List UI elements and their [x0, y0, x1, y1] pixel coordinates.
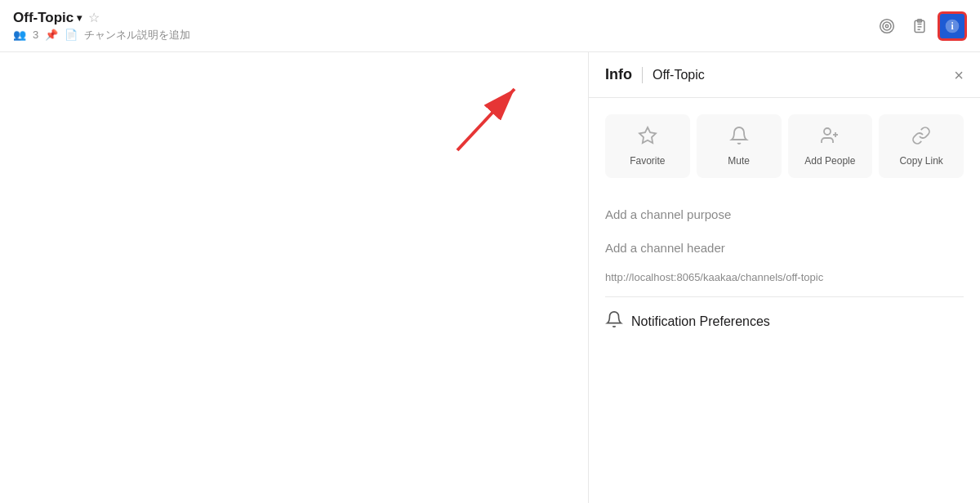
- info-panel-header: Info Off-Topic ×: [589, 52, 980, 98]
- channel-row1: Off-Topic ▾ ☆: [13, 10, 872, 26]
- mute-action-button[interactable]: Mute: [697, 114, 782, 178]
- copy-link-action-button[interactable]: Copy Link: [879, 114, 964, 178]
- svg-line-11: [457, 89, 514, 150]
- info-panel: Info Off-Topic × Favorite: [588, 52, 980, 503]
- info-button[interactable]: i: [938, 11, 967, 41]
- favorite-action-button[interactable]: Favorite: [605, 114, 690, 178]
- svg-marker-12: [639, 127, 656, 143]
- channel-area: [0, 52, 588, 503]
- members-icon: 👥: [13, 29, 26, 41]
- arrow-svg: [441, 77, 539, 158]
- info-panel-close-button[interactable]: ×: [954, 67, 964, 83]
- channel-row2: 👥 3 📌 📄 チャンネル説明を追加: [13, 28, 872, 42]
- info-panel-title: Info: [605, 66, 632, 83]
- add-purpose-item[interactable]: Add a channel purpose: [605, 198, 964, 231]
- clipboard-button[interactable]: [905, 11, 934, 41]
- info-content: Add a channel purpose Add a channel head…: [589, 191, 980, 352]
- target-icon: [879, 18, 895, 34]
- favorite-icon: [638, 126, 657, 150]
- add-people-icon: [820, 126, 840, 150]
- channel-name[interactable]: Off-Topic ▾: [13, 10, 82, 26]
- mute-icon: [729, 126, 749, 150]
- add-people-action-label: Add People: [804, 155, 855, 167]
- svg-point-0: [880, 19, 894, 33]
- channel-header-left: Off-Topic ▾ ☆ 👥 3 📌 📄 チャンネル説明を追加: [13, 10, 872, 42]
- info-panel-divider: [642, 67, 643, 83]
- notification-preferences-item[interactable]: Notification Preferences: [605, 297, 964, 345]
- channel-name-text: Off-Topic: [13, 10, 74, 26]
- info-icon: i: [944, 18, 960, 34]
- target-button[interactable]: [872, 11, 902, 41]
- copy-link-icon: [911, 126, 931, 150]
- add-people-action-button[interactable]: Add People: [788, 114, 873, 178]
- clipboard-icon: [911, 18, 928, 34]
- member-count: 3: [33, 29, 38, 41]
- arrow-annotation: [441, 77, 539, 158]
- info-actions: Favorite Mute: [589, 98, 980, 191]
- notification-preferences-label: Notification Preferences: [631, 314, 770, 329]
- mute-action-label: Mute: [728, 155, 750, 167]
- notification-bell-icon: [605, 310, 623, 332]
- svg-point-2: [885, 24, 888, 27]
- pin-icon: 📌: [45, 29, 58, 41]
- channel-url[interactable]: http://localhost:8065/kaakaa/channels/of…: [605, 265, 964, 297]
- svg-point-13: [824, 128, 831, 135]
- copy-link-action-label: Copy Link: [899, 155, 942, 167]
- channel-header: Off-Topic ▾ ☆ 👥 3 📌 📄 チャンネル説明を追加: [0, 0, 980, 52]
- svg-point-1: [883, 22, 891, 30]
- favorite-star-icon[interactable]: ☆: [88, 10, 100, 25]
- chevron-down-icon: ▾: [77, 12, 82, 24]
- add-description-text[interactable]: チャンネル説明を追加: [84, 28, 190, 42]
- main-layout: Info Off-Topic × Favorite: [0, 52, 980, 503]
- header-icons: i: [872, 11, 967, 41]
- add-header-item[interactable]: Add a channel header: [605, 231, 964, 265]
- favorite-action-label: Favorite: [630, 155, 665, 167]
- info-panel-channel-name: Off-Topic: [653, 68, 705, 82]
- file-icon: 📄: [65, 29, 78, 41]
